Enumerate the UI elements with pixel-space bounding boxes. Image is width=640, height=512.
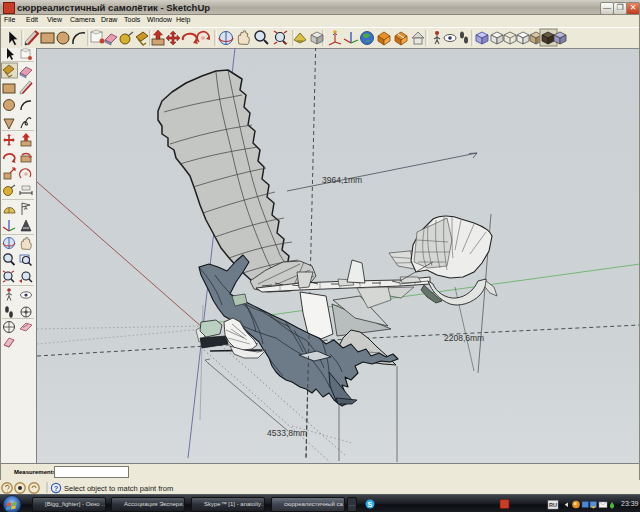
svg-text:4533,8mm: 4533,8mm xyxy=(267,428,307,438)
svg-text:3964,1mm: 3964,1mm xyxy=(322,175,362,185)
svg-text:2208,6mm: 2208,6mm xyxy=(444,333,484,343)
svg-text:?: ? xyxy=(54,484,59,493)
svg-text:RU: RU xyxy=(549,502,557,508)
svg-text:S: S xyxy=(368,501,373,508)
